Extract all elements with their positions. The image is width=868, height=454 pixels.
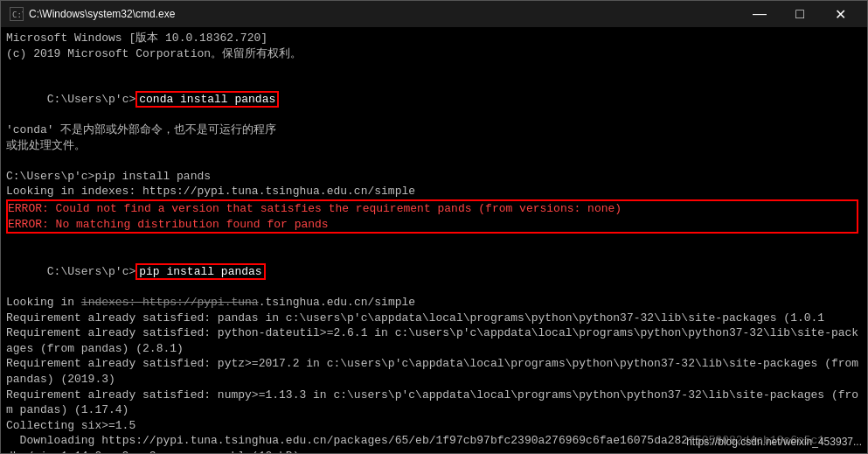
terminal-line: C:\Users\p'c>pip install pandas [6,249,862,296]
terminal-line: Requirement already satisfied: python-da… [6,325,862,356]
terminal-line: Requirement already satisfied: numpy>=1.… [6,388,862,418]
title-bar-left: C:\ C:\Windows\system32\cmd.exe [10,7,175,21]
terminal-line: Microsoft Windows [版本 10.0.18362.720] [6,31,862,46]
watermark: https://blog.csdn.net/weixin_453937... [686,436,862,448]
terminal-line: 或批处理文件。 [6,138,862,154]
svg-text:C:\: C:\ [12,10,23,19]
terminal-line: (c) 2019 Microsoft Corporation。保留所有权利。 [6,46,862,62]
window-controls: — □ ✕ [740,1,860,27]
minimize-button[interactable]: — [740,1,780,27]
terminal-line: Requirement already satisfied: pytz>=201… [6,356,862,387]
maximize-button[interactable]: □ [780,1,820,27]
terminal-line: C:\Users\p'c>conda install pandas [6,77,862,123]
terminal-body[interactable]: Microsoft Windows [版本 10.0.18362.720] (c… [1,27,867,453]
terminal-line: Collecting six>=1.5 [6,418,862,434]
error-line-1: ERROR: Could not find a version that sat… [8,201,857,217]
cmd-window: C:\ C:\Windows\system32\cmd.exe — □ ✕ Mi… [0,0,868,454]
terminal-line [6,153,862,169]
window-title: C:\Windows\system32\cmd.exe [29,8,175,20]
terminal-line: Looking in indexes: https://pypi.tuna.ts… [6,295,862,311]
terminal-line: 'conda' 不是内部或外部命令，也不是可运行的程序 [6,122,862,138]
terminal-line: C:\Users\p'c>pip install pands [6,169,862,185]
terminal-line: Requirement already satisfied: pandas in… [6,311,862,326]
terminal-line: dba/six-1.14.0-py2.py3-none-any.whl (10 … [6,449,862,453]
error-line-2: ERROR: No matching distribution found fo… [8,217,857,233]
title-bar: C:\ C:\Windows\system32\cmd.exe — □ ✕ [1,1,867,27]
cmd-icon: C:\ [10,7,24,21]
terminal-line: Looking in indexes: https://pypi.tuna.ts… [6,184,862,199]
close-button[interactable]: ✕ [820,1,860,27]
terminal-line [6,234,862,249]
terminal-line [6,61,862,77]
